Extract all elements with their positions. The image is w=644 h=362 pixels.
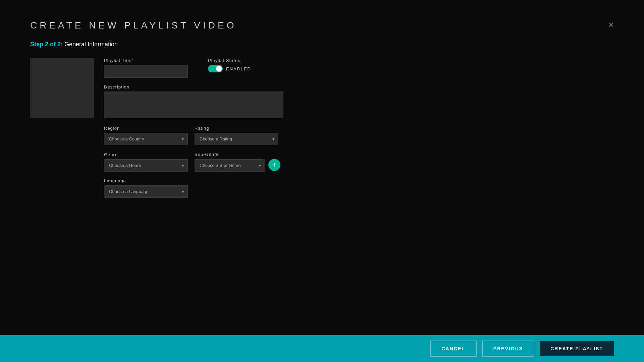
step-indicator: Step 2 of 2: General Information bbox=[30, 41, 614, 48]
required-star: * bbox=[132, 58, 134, 63]
region-label: Region bbox=[104, 126, 188, 131]
subgenre-group: Sub-Genre Choose a Sub-Genre ▾ + bbox=[195, 152, 280, 172]
description-group: Description bbox=[104, 84, 283, 118]
step-title: General Information bbox=[64, 41, 118, 48]
genre-group: Genre Choose a Genre ▾ bbox=[104, 152, 188, 172]
language-group: Language Choose a Language ▾ bbox=[104, 178, 188, 198]
playlist-status-toggle[interactable] bbox=[208, 65, 223, 72]
page-title: CREATE NEW PLAYLIST VIDEO bbox=[30, 20, 614, 31]
previous-button[interactable]: PREVIOUS bbox=[482, 341, 534, 357]
page-wrapper: CREATE NEW PLAYLIST VIDEO × Step 2 of 2:… bbox=[0, 0, 644, 362]
top-row: Playlist Title* Playlist Status ENABLED bbox=[104, 58, 614, 78]
genre-subgenre-row: Genre Choose a Genre ▾ Sub-Genre bbox=[104, 152, 614, 172]
sub-genre-row: Choose a Sub-Genre ▾ + bbox=[195, 159, 280, 172]
playlist-status-value: ENABLED bbox=[226, 66, 251, 71]
language-select[interactable]: Choose a Language bbox=[104, 185, 188, 198]
rating-select-wrapper: Choose a Rating ▾ bbox=[195, 133, 278, 145]
playlist-title-label: Playlist Title* bbox=[104, 58, 188, 63]
sub-genre-select[interactable]: Choose a Sub-Genre bbox=[195, 159, 265, 172]
description-row: Description bbox=[104, 84, 614, 118]
footer-bar: CANCEL PREVIOUS CREATE PLAYLIST bbox=[0, 335, 644, 362]
create-playlist-button[interactable]: CREATE PLAYLIST bbox=[540, 341, 614, 356]
form-fields: Playlist Title* Playlist Status ENABLED bbox=[104, 58, 614, 204]
rating-group: Rating Choose a Rating ▾ bbox=[195, 126, 278, 145]
description-label: Description bbox=[104, 84, 283, 89]
region-group: Region Choose a Country ▾ bbox=[104, 126, 188, 145]
toggle-row: ENABLED bbox=[208, 65, 251, 72]
region-select-wrapper: Choose a Country ▾ bbox=[104, 133, 188, 145]
thumbnail-box bbox=[30, 58, 94, 118]
sub-genre-label: Sub-Genre bbox=[195, 152, 280, 157]
close-button[interactable]: × bbox=[608, 20, 614, 29]
region-select[interactable]: Choose a Country bbox=[104, 133, 188, 145]
description-input[interactable] bbox=[104, 92, 283, 118]
cancel-button[interactable]: CANCEL bbox=[430, 341, 477, 357]
main-content: CREATE NEW PLAYLIST VIDEO × Step 2 of 2:… bbox=[0, 0, 644, 335]
step-highlight: Step 2 of 2: bbox=[30, 41, 63, 48]
playlist-status-label: Playlist Status bbox=[208, 58, 251, 63]
rating-label: Rating bbox=[195, 126, 278, 131]
genre-select-wrapper: Choose a Genre ▾ bbox=[104, 159, 188, 172]
language-row: Language Choose a Language ▾ bbox=[104, 178, 614, 198]
playlist-title-input[interactable] bbox=[104, 65, 188, 78]
playlist-status-group: Playlist Status ENABLED bbox=[208, 58, 251, 72]
genre-label: Genre bbox=[104, 152, 188, 157]
rating-select[interactable]: Choose a Rating bbox=[195, 133, 278, 145]
language-label: Language bbox=[104, 178, 188, 183]
language-select-wrapper: Choose a Language ▾ bbox=[104, 185, 188, 198]
sub-genre-select-wrapper: Choose a Sub-Genre ▾ bbox=[195, 159, 265, 172]
playlist-title-group: Playlist Title* bbox=[104, 58, 188, 78]
genre-select[interactable]: Choose a Genre bbox=[104, 159, 188, 172]
region-rating-row: Region Choose a Country ▾ Rating Cho bbox=[104, 126, 614, 145]
add-sub-genre-button[interactable]: + bbox=[268, 159, 280, 171]
form-area: Playlist Title* Playlist Status ENABLED bbox=[30, 58, 614, 204]
